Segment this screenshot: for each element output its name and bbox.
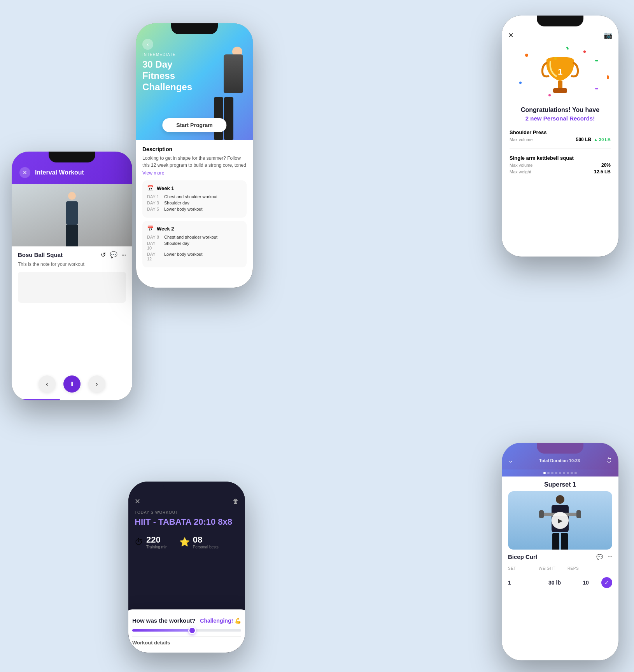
p2-view-more[interactable]: View more [142,170,247,176]
p2-week2-day1: DAY 8 Chest and shoulder workout [147,235,242,239]
p2-body: Description Looking to get in shape for … [136,140,253,277]
p5-dot-3 [551,472,553,474]
p3-trophy-area: 1 [502,44,618,106]
p1-title: Interval Workout [35,169,84,176]
p2-week1-card: 📅 Week 1 DAY 1 Chest and shoulder workou… [142,180,247,218]
p2-badge: INTERMEDIATE [142,52,176,57]
p1-next-button[interactable]: › [88,375,105,393]
p5-chevron-icon[interactable]: ⌄ [508,457,513,464]
p5-dot-6 [563,472,565,474]
p5-dot-7 [567,472,569,474]
p4-timer-icon: ⏱ [135,537,143,547]
phone-notch [537,16,583,26]
p5-more-icon[interactable]: ••• [608,554,612,560]
p5-exercise-video: ▶ [508,491,612,550]
p5-table-header: SET WEIGHT REPS [502,564,618,573]
p5-dot-1 [543,472,546,474]
p2-week2-label: Week 2 [157,226,174,232]
p2-hero-title: 30 Day Fitness Challenges [142,59,205,93]
phone-notch [171,23,218,34]
p4-rating-card: How was the workout? Challenging! 💪 Work… [128,609,245,653]
p3-divider [510,148,611,149]
p5-dot-5 [559,472,561,474]
p4-delete-button[interactable]: 🗑 [233,498,239,505]
p1-pause-button[interactable]: ⏸ [63,375,81,393]
p2-week1-icon: 📅 [147,185,154,191]
p4-workout-details[interactable]: Workout details [132,636,241,647]
p4-rating-value: Challenging! 💪 [200,618,241,624]
p2-week2-icon: 📅 [147,225,154,232]
p5-dot-2 [547,472,550,474]
p1-prev-button[interactable]: ‹ [39,375,56,393]
p2-start-button[interactable]: Start Program [162,118,226,132]
p2-desc-title: Description [142,146,247,152]
p4-rating-question: How was the workout? [132,617,196,624]
trophy-icon: 1 [541,52,580,99]
p4-slider-fill [132,629,192,632]
p2-week1-day3: DAY 5 Lower body workout [147,207,242,211]
table-row: 1 30 lb 10 ✓ [502,573,618,592]
p5-exercise-name: Bicep Curl [508,553,537,560]
p5-timer-icon[interactable]: ⏱ [606,457,612,464]
p5-dot-8 [571,472,573,474]
p4-stat-training: ⏱ 220 Training min [135,535,168,549]
p5-check-button[interactable]: ✓ [601,577,612,588]
p2-week2-day3: DAY 12 Lower body workout [147,252,242,261]
p5-exercise-footer: Bicep Curl 💬 ••• [502,550,618,564]
p3-record-2: Single arm kettlebell squat Max volume 2… [502,155,618,175]
p1-note-input[interactable] [18,272,126,303]
p4-workout-name: HIIT - TABATA 20:10 8x8 [128,517,245,527]
p5-play-button[interactable]: ▶ [552,512,569,529]
p3-congrats-title: Congratulations! You have [502,106,618,113]
phone-notch [163,482,210,492]
p1-action-icons: ↺ 💬 ••• [101,251,126,258]
p2-week1-label: Week 1 [157,185,174,191]
phone-notch [49,152,95,162]
p1-history-icon[interactable]: ↺ [101,251,106,258]
p2-week1-day2: DAY 3 Shoulder day [147,201,242,205]
p5-superset-title: Superset 1 [502,477,618,491]
phone-interval-workout: ✕ Interval Workout Bosu Ball Squat ↺ 💬 •… [12,152,132,400]
p4-star-icon: ⭐ [179,537,190,547]
p5-dot-9 [574,472,577,474]
svg-rect-1 [558,81,562,89]
p2-desc-text: Looking to get in shape for the summer? … [142,155,247,169]
p4-slider-thumb[interactable] [188,627,196,634]
phone-notch [537,443,583,454]
phone-congratulations: ✕ 📷 [502,16,618,257]
p1-progress-bar [12,399,60,400]
p4-stats: ⏱ 220 Training min ⭐ 08 Personal bests [128,535,245,549]
p2-back-button[interactable]: ‹ [142,39,153,50]
p5-comment-icon[interactable]: 💬 [596,554,603,560]
p3-close-button[interactable]: ✕ [508,31,514,40]
p4-today-label: TODAY'S WORKOUT [128,510,245,515]
p1-more-icon[interactable]: ••• [121,253,126,257]
p5-footer-icons: 💬 ••• [596,554,612,560]
p1-note: This is the note for your workout. [18,262,126,267]
p2-week2-card: 📅 Week 2 DAY 8 Chest and shoulder workou… [142,221,247,267]
phone-hiit-tabata: ✕ 🗑 TODAY'S WORKOUT HIIT - TABATA 20:10 … [128,482,245,653]
p3-camera-button[interactable]: 📷 [604,31,612,40]
p3-congrats-sub: 2 new Personal Records! [502,115,618,122]
p5-dot-4 [555,472,557,474]
svg-text:1: 1 [558,67,562,77]
p4-stat-personal: ⭐ 08 Personal bests [179,535,219,549]
phone-superset: ⌄ Total Duration 10:23 ⏱ Superset 1 [502,443,618,660]
p5-duration: Total Duration 10:23 [539,458,580,463]
p2-week2-day2: DAY 10 Shoulder day [147,241,242,250]
p4-slider[interactable] [132,629,241,632]
p3-record-1: Shoulder Press Max volume 500 LB ▲ 30 LB [502,129,618,142]
phone-30day-fitness: ‹ INTERMEDIATE 30 Day Fitness Challenges… [136,23,253,288]
p1-comment-icon[interactable]: 💬 [110,251,117,258]
p5-progress-dots [502,470,618,477]
p2-hero: ‹ INTERMEDIATE 30 Day Fitness Challenges… [136,23,253,140]
p1-video [12,184,132,246]
p4-close-button[interactable]: ✕ [135,497,140,506]
p1-close-button[interactable]: ✕ [19,167,30,178]
svg-rect-2 [553,88,567,93]
p2-week1-day1: DAY 1 Chest and shoulder workout [147,194,242,199]
p1-exercise-name: Bosu Ball Squat [18,251,63,258]
p1-controls: ‹ ⏸ › [12,375,132,393]
